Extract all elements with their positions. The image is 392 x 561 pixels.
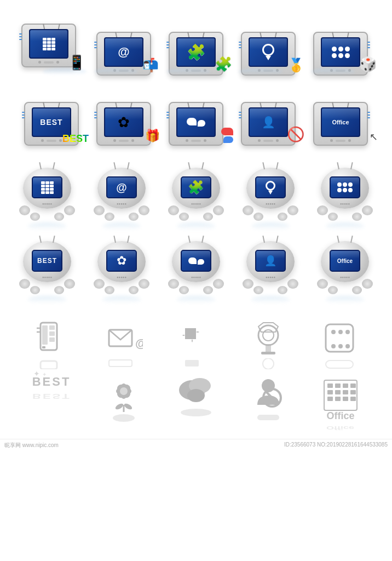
medal-extra: 🥇 <box>288 58 304 73</box>
watermark-bar: 昵享网 www.nipic.com ID:23566073 NO:2019022… <box>0 439 392 451</box>
gray-phone-cell <box>16 320 87 369</box>
gray-puzzle-reflection <box>177 358 215 369</box>
gray-award-cell <box>233 320 303 369</box>
at-mail-icon: @ <box>118 45 129 59</box>
svg-point-29 <box>123 403 133 411</box>
svg-point-25 <box>345 344 350 348</box>
gray-dice-cell <box>305 320 376 369</box>
robot-chat-cell: ●●●●● <box>161 236 231 304</box>
robot-mail-cell: @ ●●●●● <box>87 162 157 230</box>
svg-rect-2 <box>49 325 55 330</box>
gray-dice-reflection <box>321 358 360 369</box>
gray-chat-icon <box>177 375 215 408</box>
gray-chat-text-cell <box>161 375 231 433</box>
gray-mail-reflection <box>105 358 143 369</box>
cursor-extra: ↖ <box>370 131 378 143</box>
gray-mail-cell: @ <box>89 320 159 369</box>
office-tv-cell: Office ↖ <box>305 80 376 146</box>
award-tv-cell: 🥇 <box>233 10 303 76</box>
svg-rect-3 <box>49 331 55 336</box>
svg-point-39 <box>181 409 211 416</box>
gray-best-text-cell: BEST BEST ✦ ✦ <box>16 375 87 433</box>
svg-point-20 <box>331 330 336 334</box>
svg-rect-54 <box>335 397 341 401</box>
dice-screen-icon <box>332 47 350 58</box>
svg-rect-26 <box>326 360 353 368</box>
red-dice-extra: 🎲 <box>359 56 377 73</box>
colorful-letters-extra: BEST <box>62 133 89 145</box>
phone-tv-cell: 📱 <box>16 10 87 76</box>
svg-rect-52 <box>350 390 356 394</box>
gray-phone-icon <box>32 320 71 358</box>
svg-point-35 <box>113 414 135 422</box>
svg-rect-55 <box>343 397 348 401</box>
blocked-tv-cell: 👤 🚫 <box>233 80 303 146</box>
robot-dice-cell: ●●●●● <box>310 162 380 230</box>
robot-puzzle-cell: 🧩 ●●●●● <box>161 162 231 230</box>
gray-blocked-icon <box>249 375 287 413</box>
gray-puzzle-cell <box>161 320 231 369</box>
chat-icon <box>187 118 205 127</box>
chat-tv-cell <box>161 80 231 146</box>
gift-box-extra: 🎁 <box>145 129 160 143</box>
svg-rect-56 <box>350 397 356 401</box>
gray-blocked-text-cell <box>233 375 303 433</box>
svg-point-23 <box>331 344 336 348</box>
puzzle-icon: 🧩 <box>187 43 206 61</box>
svg-rect-1 <box>42 325 48 345</box>
office-screen-text: Office <box>332 119 349 125</box>
gray-mail-icon: @ <box>105 320 143 358</box>
svg-point-24 <box>338 344 343 348</box>
award-icon <box>262 44 274 60</box>
svg-rect-50 <box>335 390 341 394</box>
gray-office-icon <box>319 375 362 413</box>
gray-puzzle-icon <box>177 320 215 358</box>
svg-rect-17 <box>261 352 275 354</box>
robot-flower-cell: ✿ ●●●●● <box>87 236 157 304</box>
svg-rect-8 <box>41 361 57 369</box>
gray-award-reflection <box>249 358 287 369</box>
gray-office-text: Office <box>326 410 354 422</box>
gray-flower-reflection <box>107 413 140 423</box>
flower-tv-cell: ✿ 🎁 <box>89 80 159 146</box>
gray-chat-reflection <box>177 408 215 417</box>
svg-point-34 <box>120 387 128 395</box>
robot-award-cell: ●●●●● <box>235 162 305 230</box>
flower-icon: ✿ <box>118 114 130 131</box>
svg-point-21 <box>338 330 343 334</box>
best-tv-cell: BEST BEST <box>16 80 87 146</box>
svg-rect-45 <box>327 383 333 388</box>
svg-text:@: @ <box>135 336 143 350</box>
svg-rect-47 <box>343 383 348 388</box>
robot-office-cell: Office ●●●●● <box>310 236 380 304</box>
robot-blocked-cell: 👤 ●●●●● <box>235 236 305 304</box>
puzzle-pieces-extra: 🧩 <box>215 56 232 73</box>
svg-rect-5 <box>42 346 45 348</box>
gray-phone-reflection <box>32 358 71 369</box>
dice-tv-cell: 🎲 <box>305 10 376 76</box>
no-sign-extra: 🚫 <box>287 126 304 143</box>
post-box-extra: 📬 <box>142 58 159 73</box>
svg-point-38 <box>187 389 205 402</box>
watermark-left: 昵享网 www.nipic.com <box>4 442 59 449</box>
gray-blocked-reflection <box>249 413 287 423</box>
svg-rect-11 <box>109 360 132 367</box>
svg-rect-46 <box>335 383 341 388</box>
watermark-right: ID:23566073 NO:20190228161644533085 <box>284 442 388 449</box>
svg-rect-49 <box>327 390 333 394</box>
gray-award-icon <box>249 320 287 358</box>
svg-rect-43 <box>257 415 279 420</box>
svg-point-18 <box>263 358 274 369</box>
svg-point-22 <box>345 330 350 334</box>
robot-phone-cell: ●●●●● <box>12 162 82 230</box>
svg-rect-48 <box>350 383 356 388</box>
svg-point-13 <box>258 325 278 345</box>
puzzle-tv-cell: 🧩 🧩 <box>161 10 231 76</box>
svg-rect-12 <box>185 360 199 367</box>
chat-bubbles-extra <box>221 128 233 143</box>
gray-flower-icon <box>107 375 140 413</box>
svg-rect-53 <box>327 397 333 401</box>
gray-flower-text-cell <box>89 375 159 433</box>
svg-point-28 <box>114 403 124 411</box>
best-screen-text: BEST <box>40 118 62 127</box>
